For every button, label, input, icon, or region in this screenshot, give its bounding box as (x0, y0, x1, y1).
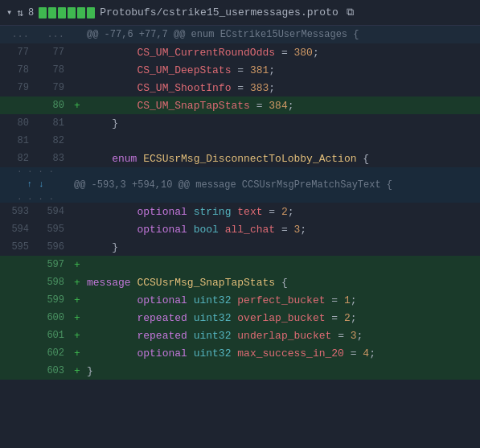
diff-line-78-78: 78 78 CS_UM_DeepStats = 381; (0, 61, 480, 79)
diff-line-add-599: 599 + optional uint32 perfect_bucket = 1… (0, 291, 480, 309)
expand-down-icon[interactable]: ↓ (39, 179, 44, 190)
expand-section[interactable]: · · · · ↑ ↓ · · · · @@ -593,3 +594,10 @@… (0, 167, 480, 203)
diff-stat-blocks (39, 7, 95, 18)
diff-container: ... ... @@ -77,6 +77,7 @@ enum ECstrike1… (0, 26, 480, 448)
diff-block-6 (87, 7, 95, 18)
diff-line-add-80: 80 + CS_UM_SnapTapStats = 384; (0, 97, 480, 114)
diff-block-4 (68, 7, 76, 18)
hunk-old-num: ... (0, 29, 35, 40)
hunk-new-num: ... (35, 29, 71, 40)
diff-block-3 (58, 7, 66, 18)
diff-block-1 (39, 7, 47, 18)
diff-line-80-81: 80 81 } (0, 114, 480, 132)
title-bar: ▾ ⇅ 8 Protobufs/cstrike15_usermessages.p… (0, 0, 480, 26)
diff-line-82-83: 82 83 enum ECSUsrMsg_DisconnectToLobby_A… (0, 150, 480, 167)
chevron-down-icon[interactable]: ▾ (6, 6, 12, 18)
branch-count: 8 (28, 7, 34, 18)
file-title: Protobufs/cstrike15_usermessages.proto (100, 6, 338, 18)
diff-line-add-598: 598 + message CCSUsrMsg_SnapTapStats { (0, 273, 480, 291)
diff-line-593-594: 593 594 optional string text = 2; (0, 203, 480, 220)
diff-line-595-596: 595 596 } (0, 238, 480, 256)
diff-line-add-602: 602 + optional uint32 max_success_in_20 … (0, 344, 480, 362)
hunk-header-text-2: @@ -593,3 +594,10 @@ message CCSUsrMsgPr… (71, 179, 480, 191)
diff-line-79-79: 79 79 CS_UM_ShootInfo = 383; (0, 79, 480, 97)
diff-line-add-603: 603 + } (0, 362, 480, 380)
expand-up-icon[interactable]: ↑ (27, 179, 32, 190)
hunk-header-text-1: @@ -77,6 +77,7 @@ enum ECstrike15UserMes… (84, 29, 480, 40)
branch-icon: ⇅ (17, 6, 23, 19)
diff-line-81-82: 81 82 (0, 132, 480, 150)
diff-block-2 (48, 7, 56, 18)
diff-line-add-600: 600 + repeated uint32 overlap_bucket = 2… (0, 309, 480, 327)
hunk-header-1: ... ... @@ -77,6 +77,7 @@ enum ECstrike1… (0, 26, 480, 43)
copy-icon[interactable]: ⧉ (347, 6, 354, 18)
diff-line-add-597: 597 + (0, 256, 480, 273)
diff-line-594-595: 594 595 optional bool all_chat = 3; (0, 220, 480, 238)
diff-block-5 (77, 7, 85, 18)
diff-line-add-601: 601 + repeated uint32 underlap_bucket = … (0, 327, 480, 344)
diff-line-77-77: 77 77 CS_UM_CurrentRoundOdds = 380; (0, 43, 480, 61)
